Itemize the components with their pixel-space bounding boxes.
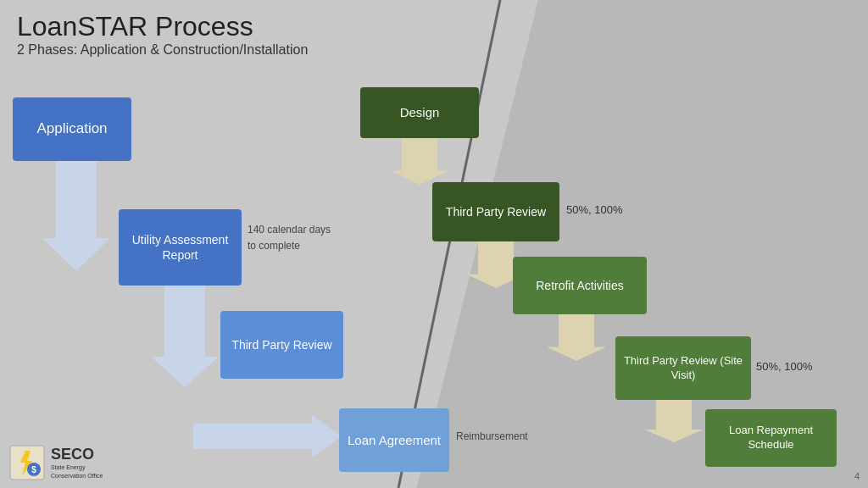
logo-area: $ SECO State Energy Conservation Office xyxy=(8,444,103,481)
third-party-review-box-3: Third Party Review (Site Visit) xyxy=(615,336,751,400)
svg-text:$: $ xyxy=(31,465,36,474)
third-party-review-box-1: Third Party Review xyxy=(220,311,343,379)
subtitle: 2 Phases: Application & Construction/Ins… xyxy=(17,42,851,58)
bg-arrow-1 xyxy=(42,161,110,271)
bg-arrow-2 xyxy=(151,286,219,387)
logo-text: SECO State Energy Conservation Office xyxy=(51,446,103,479)
percent-label-1: 50%, 100% xyxy=(566,203,623,216)
design-box: Design xyxy=(360,87,479,138)
bg-arrow-3 xyxy=(193,415,342,458)
loan-agreement-box: Loan Agreement xyxy=(339,408,449,472)
logo-line1: State Energy xyxy=(51,463,103,471)
seco-logo-icon: $ xyxy=(8,444,46,481)
page-number: 4 xyxy=(854,471,860,481)
logo-line2: Conservation Office xyxy=(51,472,103,480)
logo-seco-text: SECO xyxy=(51,446,103,463)
main-title: LoanSTAR Process xyxy=(17,10,851,42)
utility-assessment-box: Utility Assessment Report xyxy=(119,209,242,286)
arrow-retrofit-to-tpr3 xyxy=(547,314,606,361)
arrow-tpr3-to-lrs xyxy=(644,400,704,442)
loan-repayment-box: Loan Repayment Schedule xyxy=(705,409,837,467)
reimbursement-label: Reimbursement xyxy=(456,430,528,442)
retrofit-activities-box: Retrofit Activities xyxy=(513,257,647,314)
percent-label-2: 50%, 100% xyxy=(756,360,813,373)
application-box: Application xyxy=(13,97,131,161)
third-party-review-box-2: Third Party Review xyxy=(432,182,559,241)
calendar-days-label: 140 calendar days to complete xyxy=(248,222,331,254)
title-area: LoanSTAR Process 2 Phases: Application &… xyxy=(0,0,868,61)
arrow-design-to-tpr xyxy=(390,138,449,185)
